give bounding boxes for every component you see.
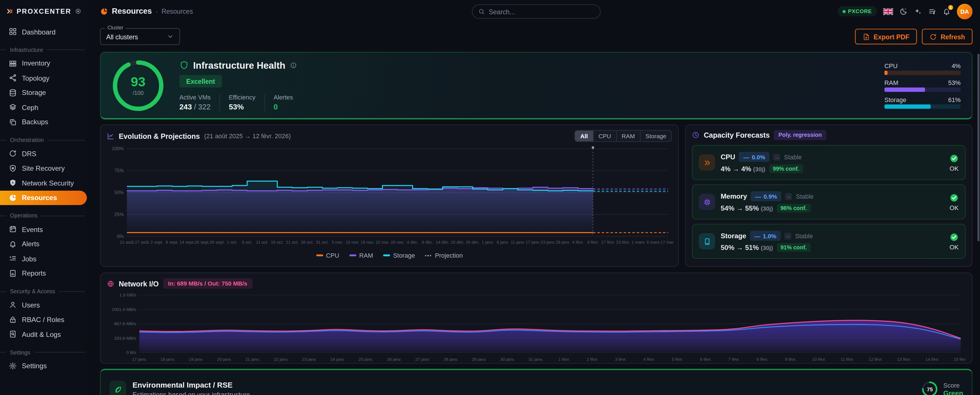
bell-icon: [9, 240, 17, 248]
pie-icon: [9, 194, 17, 202]
sidebar-item-resources[interactable]: Resources: [0, 190, 87, 205]
environmental-score-value: 75: [921, 381, 938, 395]
svg-text:30 janv.: 30 janv.: [500, 357, 515, 362]
health-info: Infrastructure Health Excellent Active V…: [179, 60, 302, 111]
forecast-card-memory[interactable]: Memory—0.9%→Stable54% → 55% (30j)96% con…: [692, 185, 966, 220]
svg-text:12 févr.: 12 févr.: [869, 357, 883, 362]
svg-text:3 févr.: 3 févr.: [615, 357, 627, 362]
sidebar-item-storage[interactable]: Storage: [0, 85, 87, 100]
sidebar-item-reports[interactable]: Reports: [0, 266, 87, 281]
action-buttons: Export PDF Refresh: [855, 29, 973, 45]
svg-text:4 févr.: 4 févr.: [572, 240, 584, 245]
resources-pie-icon: [100, 7, 108, 15]
avatar[interactable]: DA: [957, 3, 973, 19]
language-flag-icon[interactable]: [883, 8, 893, 14]
sidebar-item-topology[interactable]: Topology: [0, 71, 87, 86]
info-icon[interactable]: [290, 62, 297, 68]
cluster-select[interactable]: Cluster All clusters: [100, 28, 180, 45]
sidebar-item-backups[interactable]: Backups: [0, 115, 87, 129]
tab-all[interactable]: All: [575, 131, 593, 141]
sidebar-item-ceph[interactable]: Ceph: [0, 100, 87, 115]
sidebar-section-header: Infrastructure: [0, 46, 85, 53]
sidebar-item-inventory[interactable]: Inventory: [0, 56, 87, 71]
sidebar-section-header: Orchestration: [0, 137, 85, 143]
sidebar-item-events[interactable]: Events: [0, 222, 87, 237]
list-music-button[interactable]: [928, 7, 936, 15]
tab-ram[interactable]: RAM: [616, 131, 640, 141]
refresh-button[interactable]: Refresh: [922, 29, 973, 45]
svg-text:1001.4 MB/s: 1001.4 MB/s: [112, 307, 136, 312]
capacity-forecasts-panel: Capacity Forecasts Poly. regression CPU—…: [685, 124, 973, 267]
legend-projection[interactable]: Projection: [425, 252, 463, 259]
svg-text:2 sept.: 2 sept.: [151, 240, 163, 245]
forecast-status: OK: [950, 244, 959, 250]
search-icon: [478, 8, 485, 15]
topology-icon: [9, 74, 17, 82]
svg-text:27 août: 27 août: [135, 240, 150, 245]
health-status-badge: Excellent: [179, 75, 222, 87]
svg-text:24 janv.: 24 janv.: [330, 357, 345, 362]
export-pdf-button[interactable]: Export PDF: [855, 29, 917, 45]
check-circle-icon: [950, 153, 959, 163]
svg-text:5 nov.: 5 nov.: [332, 240, 343, 245]
svg-text:21 août: 21 août: [120, 240, 134, 245]
confidence-badge: 96% conf.: [777, 204, 810, 213]
svg-text:5 févr.: 5 févr.: [672, 357, 683, 362]
forecast-card-storage[interactable]: Storage—1.0%→Stable50% → 51% (30j)91% co…: [692, 224, 966, 259]
clock-icon: [692, 131, 699, 139]
sidebar-item-jobs[interactable]: Jobs: [0, 252, 87, 266]
svg-text:6 mars: 6 mars: [647, 240, 660, 245]
copy-icon: [9, 118, 17, 126]
layers-icon: [9, 103, 17, 111]
scrollbar-thumb[interactable]: [977, 54, 980, 241]
minus-icon: —: [754, 232, 760, 239]
sidebar-item-alerts[interactable]: Alerts: [0, 237, 87, 252]
health-stat: Efficiency53%: [220, 94, 264, 111]
legend-ram[interactable]: RAM: [349, 252, 373, 259]
svg-text:6 janv.: 6 janv.: [497, 240, 509, 245]
sidebar-item-network-security[interactable]: Network Security: [0, 175, 87, 190]
svg-text:11 févr.: 11 févr.: [841, 357, 854, 362]
cluster-select-value: All clusters: [106, 33, 138, 40]
sidebar-item-settings[interactable]: Settings: [0, 358, 87, 373]
sidebar-item-rbac-roles[interactable]: RBAC / Roles: [0, 312, 87, 327]
network-title: Network I/O: [119, 280, 159, 287]
moon-button[interactable]: [899, 7, 908, 15]
list-music-icon: [928, 7, 936, 15]
forecast-status: OK: [950, 165, 959, 172]
breadcrumb-sub: Resources: [162, 7, 193, 15]
tab-storage[interactable]: Storage: [640, 131, 671, 141]
health-score-donut: 93 /100: [111, 58, 165, 113]
gear-icon: [9, 362, 17, 370]
svg-text:31 janv.: 31 janv.: [528, 357, 543, 362]
sparkles-button[interactable]: [914, 7, 922, 15]
svg-text:28 janv.: 28 janv.: [444, 357, 458, 362]
search-input[interactable]: [489, 8, 595, 15]
svg-text:2 févr.: 2 févr.: [587, 357, 598, 362]
network-chart: 1.3 GB/s1001.4 MB/s667.6 MB/s333.8 MB/s0…: [107, 290, 966, 364]
search-box[interactable]: [472, 4, 601, 19]
sidebar-item-users[interactable]: Users: [0, 298, 87, 312]
notifications-button[interactable]: 1: [942, 7, 951, 15]
sidebar-item-site-recovery[interactable]: Site Recovery: [0, 161, 87, 176]
sidebar-item-audit-logs[interactable]: Audit & Logs: [0, 327, 87, 342]
tab-cpu[interactable]: CPU: [593, 131, 616, 141]
legend-storage[interactable]: Storage: [383, 252, 415, 259]
svg-text:11 oct.: 11 oct.: [256, 240, 269, 245]
leaf-icon: [113, 385, 122, 393]
collapse-sidebar-icon[interactable]: [75, 8, 81, 14]
sidebar-item-drs[interactable]: DRS: [0, 146, 87, 161]
sidebar-item-dashboard[interactable]: Dashboard: [0, 24, 87, 39]
sidebar: PROXCENTER DashboardInfrastructureInvent…: [0, 0, 88, 395]
network-io-panel: Network I/O In: 689 MB/s / Out: 750 MB/s…: [100, 272, 973, 364]
server-icon: [9, 59, 17, 67]
svg-text:21 janv.: 21 janv.: [245, 357, 260, 362]
svg-text:23 févr.: 23 févr.: [616, 240, 630, 245]
charts-row: Evolution & Projections (21 août 2025 → …: [100, 124, 973, 267]
legend-cpu[interactable]: CPU: [316, 252, 339, 259]
chevron-down-icon: [167, 33, 174, 40]
forecast-card-cpu[interactable]: CPU—0.0%→Stable4% → 4% (30j)99% conf.OK: [692, 145, 966, 180]
svg-text:22 janv.: 22 janv.: [274, 357, 288, 362]
svg-text:22 nov.: 22 nov.: [375, 240, 389, 245]
svg-text:29 janv.: 29 janv.: [556, 240, 570, 245]
